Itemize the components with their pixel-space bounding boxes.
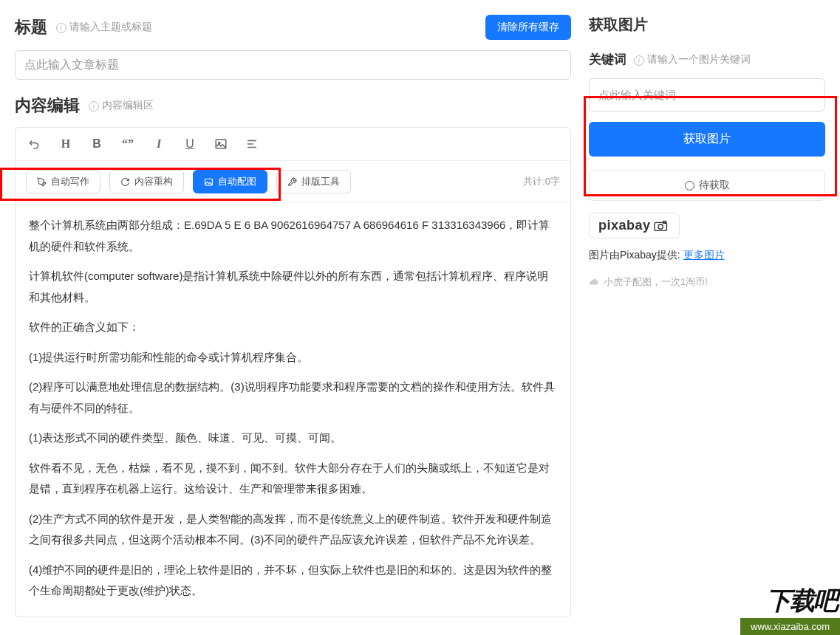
- info-icon: i: [89, 101, 99, 111]
- article-title-input[interactable]: [15, 50, 571, 80]
- word-count: 共计:0字: [523, 175, 560, 188]
- keyword-input[interactable]: [589, 78, 825, 111]
- layout-tool-button[interactable]: 排版工具: [276, 170, 351, 193]
- restructure-button[interactable]: 内容重构: [109, 170, 184, 193]
- heading-icon[interactable]: H: [57, 135, 75, 153]
- title-heading: 标题: [15, 16, 47, 38]
- editor-actions: 自动写作 内容重构 自动配图 排版工具 共计:0字: [16, 161, 570, 203]
- title-header: 标题 i请输入主题或标题 清除所有缓存: [15, 15, 571, 40]
- pending-status: 待获取: [589, 170, 825, 201]
- editor-hint: i内容编辑区: [89, 99, 154, 112]
- quote-icon[interactable]: “”: [119, 135, 137, 153]
- watermark-logo: 下载吧: [766, 584, 840, 618]
- undo-icon[interactable]: [26, 135, 44, 153]
- paragraph: (4)维护不同的硬件是旧的，理论上软件是旧的，并不坏，但实际上软件也是旧的和坏的…: [29, 560, 557, 602]
- info-icon: i: [56, 23, 66, 33]
- clear-cache-button[interactable]: 清除所有缓存: [485, 15, 571, 40]
- editor-body[interactable]: 整个计算机系统由两部分组成：E.69DA 5 E 6 BA 9062616964…: [16, 203, 570, 617]
- paragraph: 整个计算机系统由两部分组成：E.69DA 5 E 6 BA 9062616964…: [29, 215, 557, 257]
- editor-toolbar: H B “” I U: [16, 128, 570, 161]
- paragraph: (1)提供运行时所需功能和性能的命令或计算机程序集合。: [29, 347, 557, 368]
- camera-icon: [654, 220, 670, 232]
- tip-line: 小虎子配图，一次1淘币!: [589, 275, 825, 289]
- keyword-hint: i请输入一个图片关键词: [634, 53, 751, 66]
- paragraph: 软件的正确含义如下：: [29, 317, 557, 338]
- align-icon[interactable]: [243, 135, 261, 153]
- main-panel: 标题 i请输入主题或标题 清除所有缓存 内容编辑 i内容编辑区 H B “” I…: [0, 0, 589, 635]
- paragraph: 计算机软件(computer software)是指计算机系统中除硬件以外的所有…: [29, 266, 557, 308]
- circle-icon: [685, 181, 694, 190]
- watermark-url: www.xiazaiba.com: [740, 618, 840, 635]
- fetch-images-button[interactable]: 获取图片: [589, 122, 825, 157]
- svg-point-7: [658, 224, 663, 228]
- right-heading: 获取图片: [589, 15, 825, 35]
- bold-icon[interactable]: B: [88, 135, 106, 153]
- cloud-icon: [589, 277, 599, 287]
- editor-heading: 内容编辑: [15, 95, 80, 117]
- paragraph: 软件看不见，无色，枯燥，看不见，摸不到，闻不到。软件大部分存在于人们的头脑或纸上…: [29, 458, 557, 500]
- auto-write-button[interactable]: 自动写作: [26, 170, 100, 193]
- keyword-label: 关键词: [589, 51, 626, 68]
- auto-image-button[interactable]: 自动配图: [193, 170, 267, 193]
- keyword-header: 关键词 i请输入一个图片关键词: [589, 51, 825, 68]
- pixabay-badge: pixabay: [589, 213, 680, 238]
- watermark: 下载吧 www.xiazaiba.com: [740, 584, 840, 635]
- info-icon: i: [634, 55, 644, 66]
- editor-card: H B “” I U 自动写作 内容重构 自动配图: [15, 127, 571, 617]
- image-icon[interactable]: [212, 135, 230, 153]
- paragraph: (1)表达形式不同的硬件类型、颜色、味道、可见、可摸、可闻。: [29, 428, 557, 449]
- paragraph: (2)生产方式不同的软件是开发，是人类智能的高发挥，而不是传统意义上的硬件制造。…: [29, 509, 557, 551]
- italic-icon[interactable]: I: [150, 135, 168, 153]
- editor-header: 内容编辑 i内容编辑区: [15, 95, 571, 117]
- more-images-link[interactable]: 更多图片: [683, 249, 725, 261]
- paragraph: (2)程序可以满意地处理信息的数据结构。(3)说明程序功能要求和程序需要的文档的…: [29, 377, 557, 419]
- right-panel: 获取图片 关键词 i请输入一个图片关键词 获取图片 待获取 pixabay 图片…: [589, 0, 840, 635]
- title-hint: i请输入主题或标题: [56, 21, 152, 34]
- underline-icon[interactable]: U: [181, 135, 199, 153]
- attribution: 图片由Pixabay提供: 更多图片: [589, 249, 825, 262]
